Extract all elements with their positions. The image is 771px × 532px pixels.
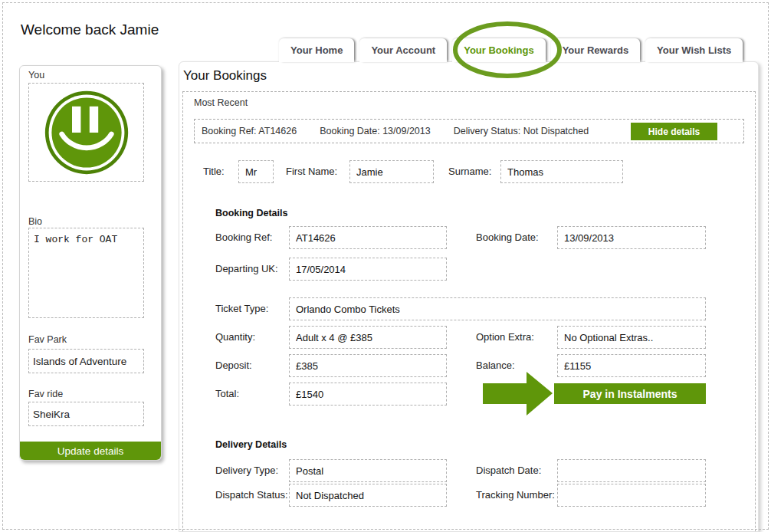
bio-textarea[interactable]: I work for OAT bbox=[28, 228, 144, 318]
booking-summary-bar: Booking Ref: AT14626 Booking Date: 13/09… bbox=[194, 119, 744, 143]
most-recent-label: Most Recent bbox=[194, 97, 248, 108]
fav-ride-label: Fav ride bbox=[28, 389, 63, 399]
fav-park-label: Fav Park bbox=[28, 334, 67, 345]
first-name-field[interactable] bbox=[349, 160, 434, 183]
ticket-type-field[interactable] bbox=[289, 297, 706, 320]
tab-your-wish-lists[interactable]: Your Wish Lists bbox=[645, 38, 743, 62]
summary-booking-date: Booking Date: 13/09/2013 bbox=[320, 126, 431, 136]
balance-field[interactable] bbox=[557, 354, 706, 377]
ticket-type-label: Ticket Type: bbox=[215, 297, 268, 320]
title-label: Title: bbox=[203, 160, 225, 183]
dispatch-date-label: Dispatch Date: bbox=[476, 459, 541, 482]
bookings-panel: Your Bookings Most Recent Booking Ref: A… bbox=[179, 61, 759, 532]
total-field[interactable] bbox=[289, 383, 447, 406]
booking-date-label: Booking Date: bbox=[476, 226, 539, 249]
fav-park-input[interactable] bbox=[28, 349, 144, 373]
departing-uk-label: Departing UK: bbox=[215, 258, 278, 281]
deposit-label: Deposit: bbox=[215, 354, 252, 377]
surname-field[interactable] bbox=[500, 160, 623, 183]
tracking-number-label: Tracking Number: bbox=[476, 484, 555, 507]
dispatch-status-field[interactable] bbox=[289, 484, 447, 507]
tabs-bar: Your Home Your Account Your Bookings You… bbox=[279, 38, 743, 62]
fav-ride-input[interactable] bbox=[28, 402, 144, 426]
tab-your-account[interactable]: Your Account bbox=[359, 38, 447, 62]
total-label: Total: bbox=[215, 383, 239, 406]
booking-ref-label: Booking Ref: bbox=[215, 226, 272, 249]
booking-ref-field[interactable] bbox=[289, 226, 447, 249]
you-label: You bbox=[28, 70, 44, 80]
tab-your-rewards[interactable]: Your Rewards bbox=[551, 38, 640, 62]
hide-details-button[interactable]: Hide details bbox=[631, 123, 717, 140]
tab-your-bookings[interactable]: Your Bookings bbox=[452, 38, 545, 62]
option-extra-label: Option Extra: bbox=[476, 326, 534, 349]
option-extra-field[interactable] bbox=[557, 326, 706, 349]
first-name-label: First Name: bbox=[286, 160, 337, 183]
deposit-field[interactable] bbox=[289, 354, 447, 377]
pay-instalments-button[interactable]: Pay in Instalments bbox=[554, 383, 706, 404]
delivery-details-heading: Delivery Details bbox=[215, 439, 287, 450]
summary-delivery-status: Delivery Status: Not Dispatched bbox=[454, 126, 589, 136]
profile-card: You Bio I work for OAT Fav Park Fav ride… bbox=[19, 65, 162, 461]
title-field[interactable] bbox=[238, 160, 274, 183]
balance-label: Balance: bbox=[476, 354, 515, 377]
booking-date-field[interactable] bbox=[557, 226, 706, 249]
tab-your-home[interactable]: Your Home bbox=[279, 38, 354, 62]
avatar bbox=[28, 83, 144, 182]
panel-title: Your Bookings bbox=[183, 68, 267, 84]
tracking-number-field[interactable] bbox=[557, 484, 706, 507]
surname-label: Surname: bbox=[448, 160, 491, 183]
smiley-icon bbox=[43, 89, 130, 176]
delivery-type-field[interactable] bbox=[289, 459, 447, 482]
delivery-type-label: Delivery Type: bbox=[215, 459, 278, 482]
summary-booking-ref: Booking Ref: AT14626 bbox=[202, 126, 297, 136]
departing-uk-field[interactable] bbox=[289, 258, 447, 281]
dispatch-status-label: Dispatch Status: bbox=[215, 484, 288, 507]
bio-label: Bio bbox=[28, 216, 42, 227]
quantity-field[interactable] bbox=[289, 326, 447, 349]
quantity-label: Quantity: bbox=[215, 326, 255, 349]
dispatch-date-field[interactable] bbox=[557, 459, 706, 482]
booking-details-heading: Booking Details bbox=[215, 208, 287, 218]
update-details-button[interactable]: Update details bbox=[20, 442, 161, 460]
page-title: Welcome back Jamie bbox=[21, 21, 159, 38]
